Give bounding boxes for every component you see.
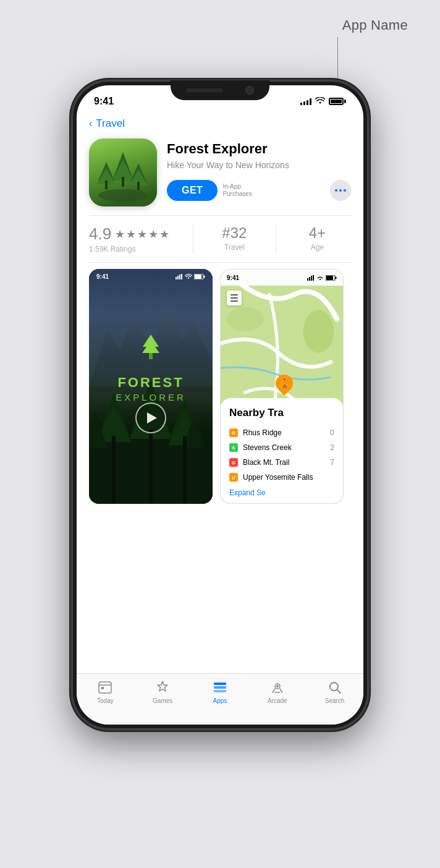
star-1: ★: [115, 228, 125, 241]
tab-search[interactable]: Search: [316, 680, 353, 704]
trail-dist-2: 2: [330, 443, 334, 452]
annotation-label: App Name: [342, 17, 408, 33]
forest-text-title: FOREST: [89, 375, 213, 391]
star-3: ★: [137, 228, 147, 241]
screenshot-1-time: 9:41: [96, 273, 109, 280]
svg-rect-9: [105, 181, 108, 189]
rating-number: 4.9: [89, 224, 111, 244]
tab-arcade-label: Arcade: [268, 697, 287, 704]
tree-icon-overlay: [142, 334, 160, 362]
star-5: ★: [159, 228, 169, 241]
arcade-icon: [270, 680, 285, 695]
trail-item: U Upper Yosemite Falls: [229, 470, 334, 485]
more-options-button[interactable]: [330, 180, 351, 201]
trail-dot-1: R: [229, 428, 238, 437]
apps-icon: [213, 680, 227, 695]
screenshot-1[interactable]: 9:41: [89, 269, 213, 504]
svg-point-33: [227, 307, 263, 331]
svg-rect-39: [313, 275, 314, 281]
stars: ★ ★ ★ ★ ★: [115, 228, 169, 241]
status-icons: [300, 97, 346, 106]
trail-item: R Rhus Ridge 0: [229, 425, 334, 440]
tab-today[interactable]: Today: [87, 680, 124, 704]
svg-rect-42: [336, 276, 337, 279]
ratings-row: 4.9 ★ ★ ★ ★ ★ 1.59K Ratings: [77, 216, 363, 262]
svg-rect-25: [181, 274, 182, 279]
trail-dot-3: B: [229, 458, 238, 467]
svg-rect-46: [214, 683, 226, 685]
scroll-content[interactable]: ‹ Travel: [77, 113, 363, 673]
svg-rect-31: [149, 353, 153, 359]
trail-name-1: Rhus Ridge: [243, 428, 325, 437]
tab-games[interactable]: Games: [144, 680, 181, 704]
svg-rect-27: [195, 274, 201, 279]
play-button[interactable]: [135, 402, 166, 433]
rating-separator: [193, 224, 193, 253]
svg-rect-45: [101, 687, 104, 689]
app-info: Forest Explorer Hike Your Way to New Hor…: [167, 138, 351, 201]
trail-dot-4: U: [229, 473, 238, 482]
svg-rect-47: [214, 686, 226, 689]
rank-number: #32: [222, 224, 247, 242]
search-icon: [328, 680, 342, 695]
trail-dist-1: 0: [330, 428, 334, 437]
outer-container: App Name 9:41: [0, 0, 440, 868]
notch-camera: [245, 86, 254, 95]
rating-block: 4.9 ★ ★ ★ ★ ★ 1.59K Ratings: [89, 224, 185, 253]
rank-label: Travel: [224, 243, 245, 252]
svg-rect-36: [307, 278, 308, 281]
tab-bar: Today Games Apps: [77, 673, 363, 725]
svg-rect-23: [177, 276, 179, 279]
app-name: Forest Explorer: [167, 141, 351, 157]
map-time: 9:41: [227, 274, 239, 281]
svg-point-50: [276, 685, 279, 687]
screenshot-2[interactable]: 9:41: [220, 269, 344, 504]
star-2: ★: [126, 228, 136, 241]
tab-apps[interactable]: Apps: [201, 680, 239, 704]
age-label: Age: [311, 243, 324, 252]
screenshots-scroll[interactable]: 9:41: [77, 263, 363, 514]
more-dots-icon: [335, 189, 346, 192]
get-button[interactable]: GET: [167, 180, 218, 201]
play-triangle-icon: [147, 412, 157, 423]
nearby-trails-panel: Nearby Tra R Rhus Ridge 0 S Stevens Cree…: [221, 398, 343, 503]
menu-line-2: [231, 297, 238, 299]
get-button-wrap: GET In-App Purchases: [167, 180, 252, 201]
tab-search-label: Search: [325, 697, 345, 704]
notch: [171, 80, 269, 100]
trail-name-2: Stevens Creek: [243, 443, 325, 452]
rating-count: 1.59K Ratings: [89, 245, 185, 253]
nearby-trails-title: Nearby Tra: [229, 407, 334, 419]
expand-link[interactable]: Expand Se: [229, 488, 334, 497]
map-menu-icon[interactable]: [227, 291, 242, 305]
walker-icon: 🚶: [279, 378, 290, 388]
svg-rect-24: [179, 274, 180, 279]
forest-text-overlay: FOREST EXPLORER: [89, 375, 213, 402]
rank-block: #32 Travel: [201, 224, 268, 252]
trail-name-4: Upper Yosemite Falls: [243, 473, 334, 482]
tab-apps-label: Apps: [213, 697, 227, 704]
app-header: Forest Explorer Hike Your Way to New Hor…: [77, 132, 363, 215]
back-nav[interactable]: ‹ Travel: [77, 113, 363, 132]
battery-icon: [329, 98, 346, 105]
app-actions: GET In-App Purchases: [167, 180, 351, 201]
svg-rect-19: [149, 430, 153, 504]
map-background: 9:41: [221, 270, 343, 503]
games-icon: [155, 680, 170, 695]
svg-rect-8: [122, 177, 124, 187]
signal-bars-icon: [300, 98, 311, 105]
svg-rect-20: [112, 436, 116, 504]
svg-rect-38: [311, 276, 312, 281]
in-app-label: In-App Purchases: [222, 183, 252, 198]
tab-games-label: Games: [153, 697, 172, 704]
today-icon: [98, 680, 112, 695]
svg-rect-37: [309, 277, 310, 281]
app-subtitle: Hike Your Way to New Horizons: [167, 160, 351, 171]
svg-rect-41: [326, 276, 333, 280]
trail-item: S Stevens Creek 2: [229, 440, 334, 455]
app-icon[interactable]: [89, 138, 157, 206]
wifi-icon: [315, 97, 325, 106]
back-label[interactable]: Travel: [96, 117, 125, 130]
tab-arcade[interactable]: Arcade: [259, 680, 296, 704]
svg-rect-10: [137, 182, 140, 190]
